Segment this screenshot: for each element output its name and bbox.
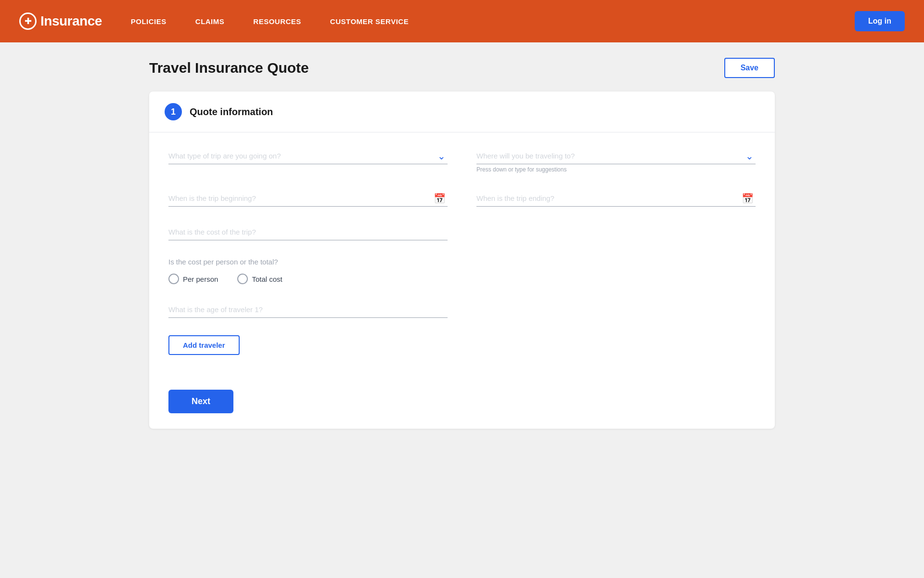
logo-text: Insurance bbox=[40, 13, 102, 29]
trip-type-group: ⌄ bbox=[168, 148, 448, 173]
nav-customer-service[interactable]: CUSTOMER SERVICE bbox=[330, 17, 409, 26]
add-traveler-section: Add traveler bbox=[168, 335, 756, 374]
card-body: ⌄ ⌄ Press down or type for suggestions bbox=[149, 132, 775, 429]
page-content: Travel Insurance Quote Save 1 Quote info… bbox=[130, 42, 794, 444]
form-row-1: ⌄ ⌄ Press down or type for suggestions bbox=[168, 148, 756, 173]
cost-type-question: Is the cost per person or the total? bbox=[168, 258, 756, 266]
cost-type-group: Is the cost per person or the total? Per… bbox=[168, 258, 756, 284]
radio-total-cost-circle bbox=[237, 274, 248, 284]
destination-input[interactable] bbox=[476, 148, 756, 164]
nav-policies[interactable]: POLICIES bbox=[131, 17, 167, 26]
radio-per-person[interactable]: Per person bbox=[168, 274, 218, 284]
form-row-2: 📅 📅 bbox=[168, 190, 756, 207]
nav-resources[interactable]: RESOURCES bbox=[253, 17, 301, 26]
save-button[interactable]: Save bbox=[724, 58, 775, 78]
card-header: 1 Quote information bbox=[149, 92, 775, 132]
trip-end-input[interactable] bbox=[476, 190, 756, 207]
trip-start-group: 📅 bbox=[168, 190, 448, 207]
trip-start-wrapper: 📅 bbox=[168, 190, 448, 207]
radio-total-cost-label: Total cost bbox=[252, 275, 282, 283]
main-nav: POLICIES CLAIMS RESOURCES CUSTOMER SERVI… bbox=[131, 17, 855, 26]
next-button[interactable]: Next bbox=[168, 390, 233, 413]
destination-group: ⌄ Press down or type for suggestions bbox=[476, 148, 756, 173]
logo[interactable]: ✚ Insurance bbox=[19, 13, 102, 30]
trip-cost-input[interactable] bbox=[168, 224, 448, 240]
trip-cost-group bbox=[168, 224, 448, 240]
quote-card: 1 Quote information ⌄ ⌄ Press down or bbox=[149, 92, 775, 429]
login-button[interactable]: Log in bbox=[855, 11, 905, 31]
form-row-3 bbox=[168, 224, 756, 240]
trip-end-wrapper: 📅 bbox=[476, 190, 756, 207]
traveler-age-wrapper bbox=[168, 302, 448, 318]
nav-claims[interactable]: CLAIMS bbox=[195, 17, 225, 26]
radio-options: Per person Total cost bbox=[168, 274, 756, 284]
trip-end-group: 📅 bbox=[476, 190, 756, 207]
radio-per-person-circle bbox=[168, 274, 179, 284]
page-header: Travel Insurance Quote Save bbox=[149, 58, 775, 78]
next-section: Next bbox=[168, 390, 756, 413]
trip-type-wrapper: ⌄ bbox=[168, 148, 448, 164]
logo-icon: ✚ bbox=[19, 13, 37, 30]
card-title: Quote information bbox=[190, 106, 273, 118]
destination-hint: Press down or type for suggestions bbox=[476, 166, 756, 173]
form-row-4 bbox=[168, 302, 756, 318]
radio-per-person-label: Per person bbox=[183, 275, 218, 283]
destination-wrapper: ⌄ bbox=[476, 148, 756, 164]
header: ✚ Insurance POLICIES CLAIMS RESOURCES CU… bbox=[0, 0, 924, 42]
trip-type-input[interactable] bbox=[168, 148, 448, 164]
page-title: Travel Insurance Quote bbox=[149, 60, 309, 76]
traveler-age-group bbox=[168, 302, 448, 318]
radio-total-cost[interactable]: Total cost bbox=[237, 274, 282, 284]
traveler-age-input[interactable] bbox=[168, 302, 448, 318]
add-traveler-button[interactable]: Add traveler bbox=[168, 335, 240, 355]
trip-cost-wrapper bbox=[168, 224, 448, 240]
step-badge: 1 bbox=[165, 103, 182, 120]
trip-start-input[interactable] bbox=[168, 190, 448, 207]
